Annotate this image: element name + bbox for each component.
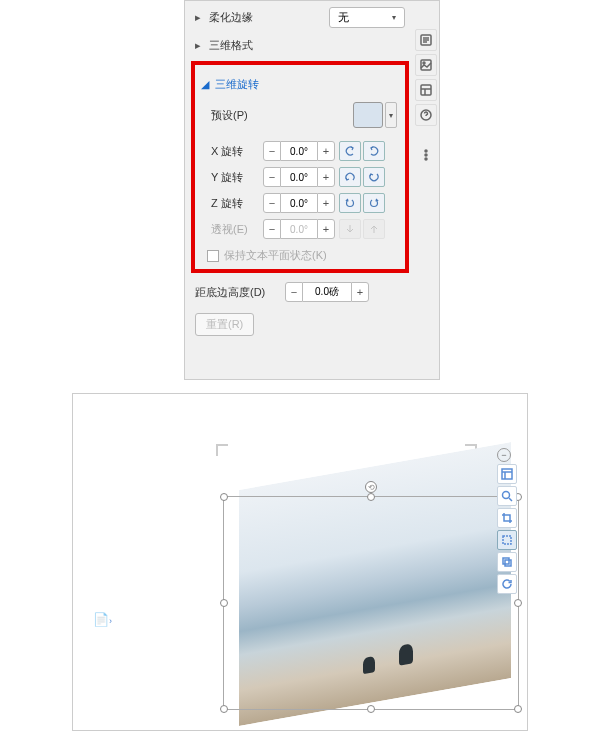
ground-height-spinner: − + [285, 282, 369, 302]
zoom-tool-icon[interactable] [497, 486, 517, 506]
help-icon[interactable] [415, 104, 437, 126]
soft-edge-row: ▸ 柔化边缘 无 ▾ [185, 1, 415, 34]
zoom-out-icon[interactable]: − [497, 448, 511, 462]
crop-mark-tl [216, 444, 228, 456]
resize-handle[interactable] [367, 493, 375, 501]
preset-dropdown[interactable]: ▾ [385, 102, 397, 128]
increment-button[interactable]: + [317, 167, 335, 187]
y-rot-input[interactable] [281, 167, 317, 187]
rotate-right-icon[interactable] [363, 141, 385, 161]
expand-icon: ▸ [195, 39, 205, 52]
decrement-button[interactable]: − [263, 141, 281, 161]
y-rot-spinner: − + [263, 167, 335, 187]
resize-handle[interactable] [514, 599, 522, 607]
ground-height-row: 距底边高度(D) − + [185, 277, 415, 307]
perspective-direction-buttons [339, 219, 385, 239]
arrow-down-icon [339, 219, 361, 239]
decrement-button[interactable]: − [263, 193, 281, 213]
checkbox-icon[interactable] [207, 250, 219, 262]
selection-frame[interactable]: ⟲ [223, 496, 519, 710]
reset-button[interactable]: 重置(R) [195, 313, 254, 336]
resize-handle[interactable] [367, 705, 375, 713]
crop-tool-icon[interactable] [497, 508, 517, 528]
page-area[interactable]: ⟲ [151, 402, 511, 722]
preset-row: 预设(P) ▾ [199, 96, 401, 138]
perspective-input [281, 219, 317, 239]
svg-point-4 [423, 62, 425, 64]
x-rot-spinner: − + [263, 141, 335, 161]
increment-button[interactable]: + [351, 282, 369, 302]
rotation-3d-label: 三维旋转 [215, 77, 259, 92]
rotate-up-icon[interactable] [339, 167, 361, 187]
properties-icon[interactable] [415, 29, 437, 51]
expand-icon[interactable]: ▸ [195, 11, 205, 24]
svg-point-8 [425, 154, 427, 156]
side-toolbar [413, 26, 439, 169]
preset-swatch[interactable] [353, 102, 383, 128]
collapse-icon: ◢ [201, 78, 211, 91]
increment-button[interactable]: + [317, 193, 335, 213]
resize-handle[interactable] [220, 599, 228, 607]
x-rot-direction-buttons [339, 141, 385, 161]
z-rot-direction-buttons [339, 193, 385, 213]
svg-rect-14 [505, 560, 511, 566]
resize-handle[interactable] [220, 493, 228, 501]
y-rot-direction-buttons [339, 167, 385, 187]
keep-flat-label: 保持文本平面状态(K) [224, 248, 327, 263]
rotate-handle-icon[interactable]: ⟲ [365, 481, 377, 493]
rotation-3d-row[interactable]: ◢ 三维旋转 [199, 73, 401, 96]
x-rot-input[interactable] [281, 141, 317, 161]
layout-icon[interactable] [415, 79, 437, 101]
arrow-up-icon [363, 219, 385, 239]
rotate-left-icon[interactable] [339, 141, 361, 161]
selection-tool-icon[interactable] [497, 530, 517, 550]
decrement-button[interactable]: − [285, 282, 303, 302]
rotate-ccw-icon[interactable] [339, 193, 361, 213]
soft-edge-dropdown[interactable]: 无 ▾ [329, 7, 405, 28]
format-pane: ▸ 柔化边缘 无 ▾ ▸ 三维格式 ◢ 三维旋转 预设(P) ▾ [184, 0, 440, 380]
y-rot-label: Y 旋转 [203, 170, 259, 185]
z-rot-spinner: − + [263, 193, 335, 213]
svg-point-9 [425, 158, 427, 160]
keep-flat-row[interactable]: 保持文本平面状态(K) [199, 242, 401, 265]
refresh-tool-icon[interactable] [497, 574, 517, 594]
soft-edge-value: 无 [338, 10, 349, 25]
canvas-toolbar: − [497, 448, 519, 596]
svg-rect-12 [503, 536, 511, 544]
perspective-spinner: − + [263, 219, 335, 239]
y-rotation-row: Y 旋转 − + [199, 164, 401, 190]
z-rotation-row: Z 旋转 − + [199, 190, 401, 216]
perspective-row: 透视(E) − + [199, 216, 401, 242]
highlighted-section: ◢ 三维旋转 预设(P) ▾ X 旋转 − + [191, 61, 409, 273]
picture-icon[interactable] [415, 54, 437, 76]
chevron-down-icon: ▾ [392, 13, 396, 22]
format-3d-label: 三维格式 [209, 38, 253, 53]
decrement-button: − [263, 219, 281, 239]
rotate-cw-icon[interactable] [363, 193, 385, 213]
copy-tool-icon[interactable] [497, 552, 517, 572]
x-rotation-row: X 旋转 − + [199, 138, 401, 164]
resize-handle[interactable] [220, 705, 228, 713]
format-3d-row[interactable]: ▸ 三维格式 [185, 34, 415, 57]
increment-button[interactable]: + [317, 141, 335, 161]
ground-height-input[interactable] [303, 282, 351, 302]
rotate-down-icon[interactable] [363, 167, 385, 187]
page-indicator-icon[interactable]: 📄› [93, 612, 112, 627]
soft-edge-label: 柔化边缘 [209, 10, 253, 25]
increment-button: + [317, 219, 335, 239]
z-rot-input[interactable] [281, 193, 317, 213]
more-icon[interactable] [415, 144, 437, 166]
layout-tool-icon[interactable] [497, 464, 517, 484]
preset-label: 预设(P) [203, 108, 259, 123]
z-rot-label: Z 旋转 [203, 196, 259, 211]
svg-point-11 [503, 492, 510, 499]
x-rot-label: X 旋转 [203, 144, 259, 159]
svg-rect-10 [502, 469, 512, 479]
svg-rect-5 [421, 85, 431, 95]
panel-content: ▸ 柔化边缘 无 ▾ ▸ 三维格式 ◢ 三维旋转 预设(P) ▾ [185, 1, 415, 381]
svg-rect-13 [503, 558, 509, 564]
perspective-label: 透视(E) [203, 222, 259, 237]
resize-handle[interactable] [514, 705, 522, 713]
svg-point-7 [425, 150, 427, 152]
decrement-button[interactable]: − [263, 167, 281, 187]
